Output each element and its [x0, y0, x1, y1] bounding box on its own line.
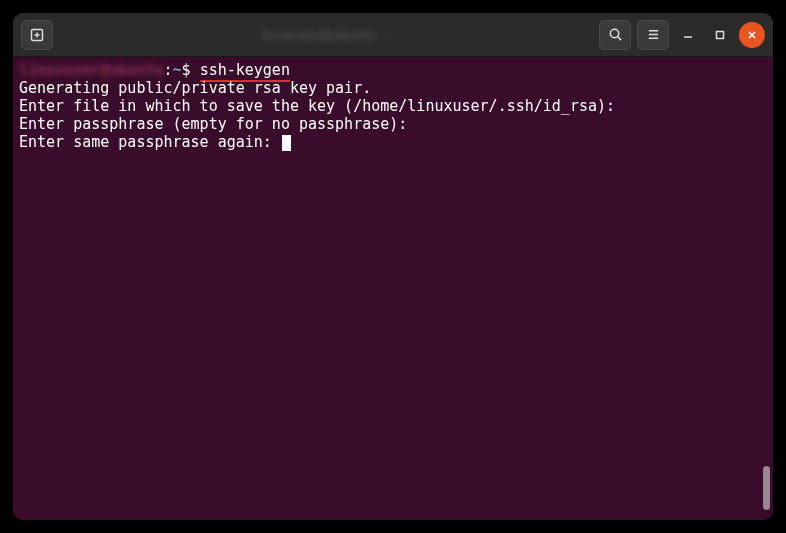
hamburger-icon: [646, 27, 661, 42]
search-button[interactable]: [599, 20, 631, 50]
close-button[interactable]: [739, 22, 765, 48]
search-icon: [608, 27, 623, 42]
maximize-icon: [715, 30, 725, 40]
output-text: Enter same passphrase again:: [19, 133, 281, 151]
scrollbar-thumb[interactable]: [763, 466, 770, 510]
output-line: Enter passphrase (empty for no passphras…: [19, 115, 767, 133]
new-tab-button[interactable]: [21, 20, 53, 50]
prompt-symbol: $: [182, 61, 191, 79]
prompt-sep: :: [164, 61, 173, 79]
window-title: linuxuser@ubuntu: ~: [59, 27, 593, 43]
prompt-user-host: linuxuser@ubuntu: [19, 61, 164, 79]
terminal-body[interactable]: linuxuser@ubuntu:~$ ssh-keygen Generatin…: [13, 57, 773, 520]
new-tab-icon: [29, 27, 45, 43]
close-icon: [747, 30, 757, 40]
titlebar-controls: [599, 20, 765, 50]
minimize-button[interactable]: [675, 22, 701, 48]
cursor: [282, 135, 291, 151]
svg-line-4: [617, 37, 620, 40]
output-line: Generating public/private rsa key pair.: [19, 79, 767, 97]
prompt-line: linuxuser@ubuntu:~$ ssh-keygen: [19, 61, 767, 79]
svg-point-3: [610, 29, 618, 37]
output-line: Enter file in which to save the key (/ho…: [19, 97, 767, 115]
titlebar: linuxuser@ubuntu: ~: [13, 13, 773, 57]
minimize-icon: [683, 30, 693, 40]
menu-button[interactable]: [637, 20, 669, 50]
output-line: Enter same passphrase again:: [19, 133, 767, 151]
prompt-path: ~: [173, 61, 182, 79]
terminal-window: linuxuser@ubuntu: ~: [13, 13, 773, 520]
svg-rect-9: [717, 31, 724, 38]
maximize-button[interactable]: [707, 22, 733, 48]
